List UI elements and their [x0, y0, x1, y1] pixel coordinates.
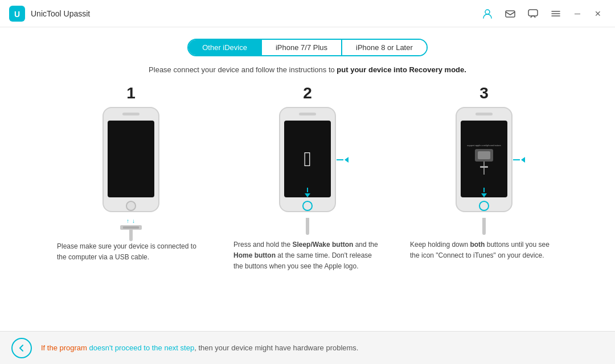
titlebar-left: U UnicTool Upassit: [9, 6, 90, 22]
phone-1: [102, 107, 159, 212]
mail-icon[interactable]: [501, 5, 519, 23]
svg-point-2: [485, 10, 490, 14]
footer-suffix: , then your device might have hardware p…: [194, 344, 358, 352]
step-3-number: 3: [479, 84, 489, 102]
itunes-cable2: [483, 168, 485, 175]
phone-screen-2: : [284, 121, 331, 197]
itunes-content: support.apple.com/iphone/restore: [461, 121, 507, 197]
phone-speaker-1: [122, 113, 140, 115]
phone-screen-1: [108, 121, 154, 197]
usb-area-1: ↑ ↓: [120, 218, 142, 241]
itunes-cable-icon: [483, 162, 485, 166]
side-arrow-3: [513, 157, 525, 163]
phone-speaker-2: [299, 113, 316, 115]
cable-2: [306, 218, 309, 235]
phone-home-1: [126, 201, 136, 211]
titlebar-right: ─ ✕: [478, 5, 606, 23]
step-3: 3 support.apple.com/iphone/restore: [407, 84, 561, 272]
step-1-number: 1: [126, 84, 136, 102]
step-1-phone: [102, 107, 159, 212]
itunes-laptop-icon: [475, 149, 493, 162]
instruction-text: Please connect your device and follow th…: [149, 65, 466, 74]
user-icon[interactable]: [478, 5, 497, 23]
phone-screen-3: support.apple.com/iphone/restore: [461, 121, 507, 197]
step-2: 2 : [231, 84, 384, 272]
menu-icon[interactable]: [547, 5, 565, 23]
apple-logo-icon: : [304, 149, 311, 169]
tab-iphone8[interactable]: iPhone 8 or Later: [342, 40, 427, 55]
itunes-url: support.apple.com/iphone/restore: [467, 144, 501, 147]
step-3-desc: Keep holding down both buttons until you…: [407, 239, 561, 261]
steps-row: 1 ↑ ↓ Please make sure your device is co…: [11, 84, 604, 272]
minimize-button[interactable]: ─: [569, 6, 585, 22]
tab-iphone7[interactable]: iPhone 7/7 Plus: [262, 40, 342, 55]
step-2-phone: : [279, 107, 336, 212]
close-button[interactable]: ✕: [590, 6, 606, 22]
svg-rect-3: [506, 11, 515, 17]
tab-other-idevice[interactable]: Other iDevice: [188, 40, 262, 55]
footer-prefix: If the program: [41, 344, 89, 352]
svg-rect-4: [528, 10, 538, 16]
phone-home-2: [302, 201, 313, 211]
footer-message: If the program doesn't proceed to the ne…: [41, 344, 358, 352]
side-arrow-2: [337, 157, 348, 163]
usb-cable-1: [129, 230, 133, 241]
app-title: UnicTool Upassit: [31, 9, 90, 18]
app-logo-icon: U: [9, 6, 25, 22]
tab-group: Other iDevice iPhone 7/7 Plus iPhone 8 o…: [187, 39, 428, 56]
chat-icon[interactable]: [524, 5, 542, 23]
step-3-phone: support.apple.com/iphone/restore: [456, 107, 512, 212]
step-2-desc: Press and hold the Sleep/Wake button and…: [231, 239, 384, 272]
home-arrow-3: [481, 188, 487, 197]
back-button[interactable]: [11, 338, 32, 358]
usb-arrows-1: ↑ ↓: [126, 218, 136, 224]
step-1: 1 ↑ ↓ Please make sure your device is co…: [54, 84, 208, 272]
step-1-desc: Please make sure your device is connecte…: [54, 241, 208, 263]
phone-speaker-3: [475, 113, 493, 115]
phone-home-3: [479, 201, 489, 211]
usb-plug-1: [120, 225, 142, 230]
cable-3: [482, 218, 486, 235]
main-content: Other iDevice iPhone 7/7 Plus iPhone 8 o…: [0, 27, 615, 331]
footer-link[interactable]: doesn't proceed to the next step: [89, 344, 195, 352]
titlebar: U UnicTool Upassit ─ ✕: [0, 0, 615, 27]
step-2-number: 2: [303, 84, 312, 102]
footer: If the program doesn't proceed to the ne…: [0, 331, 615, 364]
usb-connector-1: ↑ ↓: [120, 218, 142, 241]
svg-text:U: U: [14, 10, 20, 19]
